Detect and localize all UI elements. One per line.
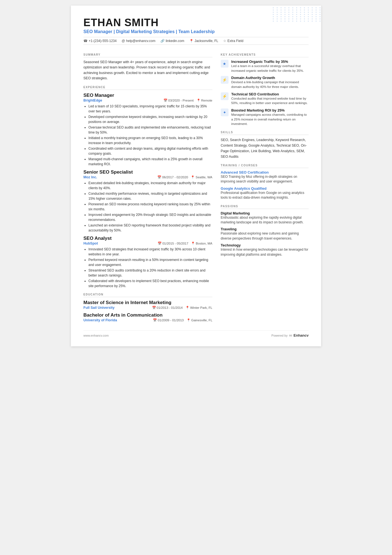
edu-1-meta: Full Sail University 📅 01/2013 - 01/2014… (83, 306, 212, 310)
job-3-meta: HubSpot 📅 01/2015 - 05/2017 📍 Boston, MA (83, 241, 212, 245)
job-1-bullets: Led a team of 10 SEO specialists, improv… (83, 104, 212, 167)
calendar-icon-1: 📅 (163, 98, 167, 102)
edu-2-degree: Bachelor of Arts in Communication (83, 312, 212, 318)
pin-icon-edu1: 📍 (185, 306, 189, 310)
bullet: Performed keyword research resulting in … (88, 257, 212, 267)
star-icon: ☆ (223, 39, 226, 43)
bullet: Developed comprehensive keyword strategi… (88, 114, 212, 124)
achievements-section-title: KEY ACHIEVEMENTS (221, 53, 309, 57)
achievement-3-desc: Conducted audits that improved website l… (231, 96, 309, 105)
edu-2-meta: University of Florida 📅 01/2009 - 01/201… (83, 318, 212, 322)
skills-section-title: SKILLS (221, 131, 309, 135)
pin-icon-3: 📍 (191, 241, 195, 245)
edu-1-degree: Master of Science in Internet Marketing (83, 300, 212, 305)
phone-icon: ☎ (83, 39, 88, 43)
passion-2-title: Traveling (221, 227, 309, 231)
experience-section: EXPERIENCE SEO Manager BrightEdge 📅 03/2… (83, 86, 212, 288)
bullet: Executed detailed link-building strategi… (88, 181, 212, 191)
bullet: Led a team of 10 SEO specialists, improv… (88, 104, 212, 114)
edu-1-dates-loc: 📅 01/2013 - 01/2014 📍 Winter Park, FL (152, 306, 212, 310)
achievement-4-desc: Managed campaigns across channels, contr… (231, 112, 309, 126)
footer-powered: Powered by ∞ Enhancv (271, 333, 309, 338)
passion-2: Traveling Passionate about exploring new… (221, 227, 309, 241)
edu-2-dates-loc: 📅 01/2009 - 01/2013 📍 Gainesville, FL (153, 318, 212, 322)
job-1-dates-loc: 📅 03/2020 - Present 📍 Remote (163, 98, 212, 102)
job-1-meta: BrightEdge 📅 03/2020 - Present 📍 Remote (83, 98, 212, 102)
passion-3-desc: Interest in how emerging technologies ca… (221, 247, 309, 257)
achievement-4-icon-wrap: ✦ (221, 108, 229, 116)
linkedin-icon: 🔗 (160, 39, 165, 43)
passion-2-desc: Passionate about exploring new cultures … (221, 231, 309, 241)
job-1-company: BrightEdge (83, 98, 102, 102)
contact-extra: ☆ Extra Field (223, 39, 243, 43)
experience-section-title: EXPERIENCE (83, 86, 212, 90)
achievement-1-desc: Led a team in a successful strategy over… (231, 64, 309, 73)
passion-1: Digital Marketing Enthusiastic about exp… (221, 211, 309, 225)
bullet: Coordinated with content and design team… (88, 146, 212, 156)
education-section: EDUCATION Master of Science in Internet … (83, 293, 212, 322)
job-3: SEO Analyst HubSpot 📅 01/2015 - 05/2017 … (83, 236, 212, 288)
email-icon: @ (121, 39, 125, 43)
job-1-title: SEO Manager (83, 93, 212, 98)
achievement-3-title: Technical SEO Contribution (231, 92, 309, 96)
achievement-2-desc: Devised a link-building campaign that in… (231, 80, 309, 89)
bullet: Innovated SEO strategies that increased … (88, 247, 212, 257)
enhancv-logo-icon: ∞ (289, 333, 292, 338)
job-3-bullets: Innovated SEO strategies that increased … (83, 247, 212, 288)
calendar-icon-edu1: 📅 (152, 306, 156, 310)
achievement-1-content: Increased Organic Traffic by 35% Led a t… (231, 60, 309, 73)
contact-email: @ help@enhancv.com (121, 39, 155, 43)
bullet: Collaborated with developers to implemen… (88, 278, 212, 288)
skills-text: SEO, Search Engines, Leadership, Keyword… (221, 137, 309, 159)
bullet: Improved client engagement by 20% throug… (88, 212, 212, 222)
passions-section-title: PASSIONS (221, 205, 309, 209)
edu-1: Master of Science in Internet Marketing … (83, 300, 212, 310)
training-section: TRAINING / COURSES Advanced SEO Certific… (221, 164, 309, 200)
job-2-bullets: Executed detailed link-building strategi… (83, 181, 212, 233)
summary-text: Seasoned SEO Manager with 4+ years of ex… (83, 60, 212, 81)
summary-section-title: SUMMARY (83, 53, 212, 57)
training-1-name: Advanced SEO Certification (221, 170, 309, 174)
calendar-icon-edu2: 📅 (153, 318, 157, 322)
edu-1-school: Full Sail University (83, 306, 115, 310)
header: ETHAN SMITH SEO Manager | Digital Market… (83, 17, 309, 45)
achievement-2: ⚡ Domain Authority Growth Devised a link… (221, 76, 309, 89)
bolt-achievement-icon-2: ⚡ (222, 78, 227, 82)
passion-3: Technology Interest in how emerging tech… (221, 243, 309, 257)
training-section-title: TRAINING / COURSES (221, 164, 309, 168)
footer-url: www.enhancv.com (83, 334, 109, 337)
sparkle-achievement-icon: ✦ (223, 110, 226, 115)
bullet: Conducted monthly performance reviews, r… (88, 191, 212, 201)
passion-1-desc: Enthusiastic about exploring the rapidly… (221, 215, 309, 225)
achievement-4-title: Boosted Marketing ROI by 25% (231, 108, 309, 112)
education-section-title: EDUCATION (83, 293, 212, 297)
bullet: Oversaw technical SEO audits and impleme… (88, 125, 212, 135)
location-icon: 📍 (189, 39, 193, 43)
passion-3-title: Technology (221, 243, 309, 247)
summary-section: SUMMARY Seasoned SEO Manager with 4+ yea… (83, 53, 212, 81)
achievement-2-icon-wrap: ⚡ (221, 76, 229, 84)
job-2-meta: Moz Inc. 📅 06/2017 - 02/2020 📍 Seattle, … (83, 175, 212, 179)
contact-phone: ☎ +1-(234)-555-1234 (83, 39, 116, 43)
candidate-name: ETHAN SMITH (83, 17, 309, 29)
achievement-1-title: Increased Organic Traffic by 35% (231, 60, 309, 64)
candidate-title: SEO Manager | Digital Marketing Strategi… (83, 29, 309, 34)
bullet: Streamlined SEO audits contributing to a… (88, 268, 212, 278)
achievement-3-icon-wrap: ⚡ (221, 92, 229, 100)
bullet: Managed multi-channel campaigns, which r… (88, 157, 212, 167)
passion-1-title: Digital Marketing (221, 211, 309, 215)
passions-section: PASSIONS Digital Marketing Enthusiastic … (221, 205, 309, 257)
content-area: SUMMARY Seasoned SEO Manager with 4+ yea… (83, 49, 309, 322)
achievement-2-title: Domain Authority Growth (231, 76, 309, 80)
achievements-section: KEY ACHIEVEMENTS ★ Increased Organic Tra… (221, 53, 309, 126)
job-3-location: 📍 Boston, MA (191, 241, 212, 245)
edu-2: Bachelor of Arts in Communication Univer… (83, 312, 212, 322)
achievement-3: ⚡ Technical SEO Contribution Conducted a… (221, 92, 309, 105)
footer: www.enhancv.com Powered by ∞ Enhancv (83, 330, 309, 338)
achievement-3-content: Technical SEO Contribution Conducted aud… (231, 92, 309, 105)
achievement-4: ✦ Boosted Marketing ROI by 25% Managed c… (221, 108, 309, 126)
training-2-name: Google Analytics Qualified (221, 186, 309, 191)
job-2-title: Senior SEO Specialist (83, 169, 212, 175)
left-column: SUMMARY Seasoned SEO Manager with 4+ yea… (83, 49, 212, 322)
contact-linkedin: 🔗 linkedin.com (160, 39, 184, 43)
